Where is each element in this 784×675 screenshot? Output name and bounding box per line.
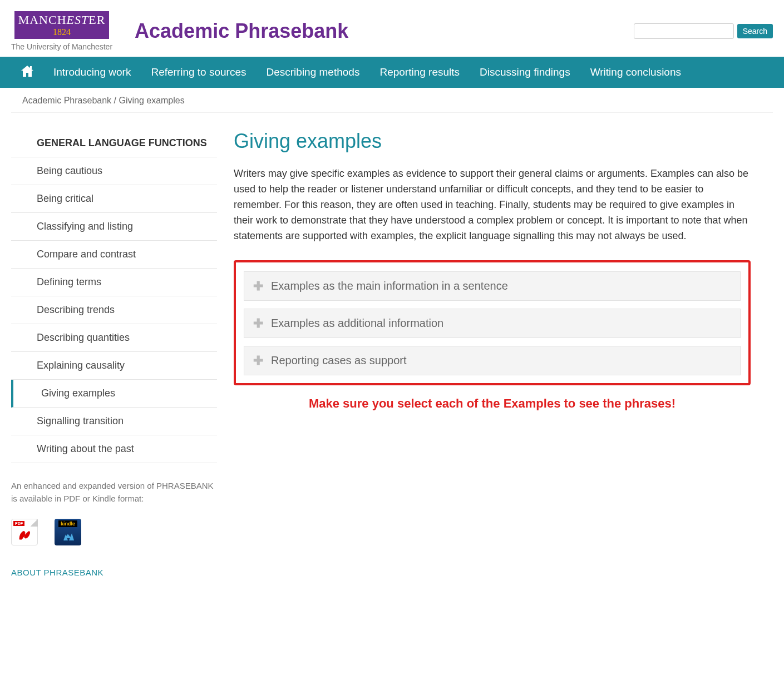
logo-text-1: MANCH — [18, 13, 67, 27]
accordion-label: Examples as the main information in a se… — [271, 280, 508, 292]
accordion-item-additional-info[interactable]: ✚ Examples as additional information — [244, 309, 741, 338]
sidebar-item-giving-examples[interactable]: Giving examples — [11, 380, 217, 408]
nav-discussing-findings[interactable]: Discussing findings — [470, 57, 580, 87]
main-nav: Introducing work Referring to sources De… — [0, 57, 784, 88]
sidebar-item-explaining-causality[interactable]: Explaining causality — [11, 352, 217, 380]
sidebar-heading: GENERAL LANGUAGE FUNCTIONS — [11, 130, 217, 157]
breadcrumb-root[interactable]: Academic Phrasebank — [22, 96, 111, 105]
sidebar-item-defining-terms[interactable]: Defining terms — [11, 269, 217, 296]
nav-describing-methods[interactable]: Describing methods — [256, 57, 369, 87]
breadcrumb-separator: / — [111, 96, 119, 105]
sidebar-note: An enhanced and expanded version of PHRA… — [11, 480, 217, 505]
sidebar: GENERAL LANGUAGE FUNCTIONS Being cautiou… — [11, 130, 217, 577]
plus-icon: ✚ — [253, 280, 263, 292]
callout-annotation: Make sure you select each of the Example… — [234, 396, 751, 411]
nav-reporting-results[interactable]: Reporting results — [369, 57, 470, 87]
nav-home[interactable] — [11, 57, 43, 88]
intro-paragraph: Writers may give specific examples as ev… — [234, 166, 751, 244]
kindle-icon[interactable]: kindle — [55, 519, 81, 545]
sidebar-item-describing-quantities[interactable]: Describing quantities — [11, 324, 217, 352]
sidebar-item-writing-about-past[interactable]: Writing about the past — [11, 435, 217, 463]
format-icons: PDF kindle — [11, 519, 217, 545]
logo-year: 1824 — [53, 27, 71, 37]
logo-wordmark: MANCHESTER — [18, 13, 106, 27]
sidebar-item-classifying-listing[interactable]: Classifying and listing — [11, 213, 217, 241]
logo-text-3: ER — [88, 13, 105, 27]
sidebar-item-signalling-transition[interactable]: Signalling transition — [11, 408, 217, 435]
main-content: Giving examples Writers may give specifi… — [234, 130, 773, 577]
kindle-label: kindle — [58, 520, 77, 527]
search-input[interactable] — [634, 23, 734, 39]
sidebar-item-being-critical[interactable]: Being critical — [11, 185, 217, 213]
nav-writing-conclusions[interactable]: Writing conclusions — [580, 57, 691, 87]
logo-subtitle: The University of Manchester — [11, 42, 112, 51]
breadcrumb: Academic Phrasebank / Giving examples — [11, 88, 773, 113]
accordion-highlight-box: ✚ Examples as the main information in a … — [234, 260, 751, 385]
pdf-label: PDF — [13, 521, 24, 526]
search-box: Search — [634, 23, 773, 39]
accordion-label: Examples as additional information — [271, 317, 443, 330]
about-phrasebank-link[interactable]: ABOUT PHRASEBANK — [11, 568, 217, 577]
search-button[interactable]: Search — [737, 24, 773, 38]
adobe-pdf-glyph — [17, 524, 32, 540]
plus-icon: ✚ — [253, 355, 263, 367]
nav-referring-sources[interactable]: Referring to sources — [141, 57, 256, 87]
university-logo[interactable]: MANCHESTER 1824 The University of Manche… — [11, 11, 112, 51]
plus-icon: ✚ — [253, 317, 263, 330]
page-title: Giving examples — [234, 130, 751, 153]
accordion-label: Reporting cases as support — [271, 354, 406, 367]
kindle-glyph — [60, 530, 76, 542]
nav-introducing-work[interactable]: Introducing work — [43, 57, 141, 87]
logo-text-2: EST — [67, 13, 89, 27]
site-title[interactable]: Academic Phrasebank — [135, 19, 348, 43]
breadcrumb-current: Giving examples — [119, 96, 184, 105]
sidebar-item-being-cautious[interactable]: Being cautious — [11, 157, 217, 185]
accordion-item-reporting-cases[interactable]: ✚ Reporting cases as support — [244, 346, 741, 375]
site-header: MANCHESTER 1824 The University of Manche… — [0, 0, 784, 57]
home-icon — [20, 64, 34, 78]
accordion-item-main-info[interactable]: ✚ Examples as the main information in a … — [244, 271, 741, 301]
pdf-icon[interactable]: PDF — [11, 519, 38, 545]
header-left: MANCHESTER 1824 The University of Manche… — [11, 11, 348, 51]
svg-rect-0 — [30, 66, 32, 69]
logo-image: MANCHESTER 1824 — [14, 11, 109, 39]
sidebar-item-describing-trends[interactable]: Describing trends — [11, 296, 217, 324]
sidebar-item-compare-contrast[interactable]: Compare and contrast — [11, 241, 217, 269]
content-wrap: GENERAL LANGUAGE FUNCTIONS Being cautiou… — [0, 113, 784, 588]
